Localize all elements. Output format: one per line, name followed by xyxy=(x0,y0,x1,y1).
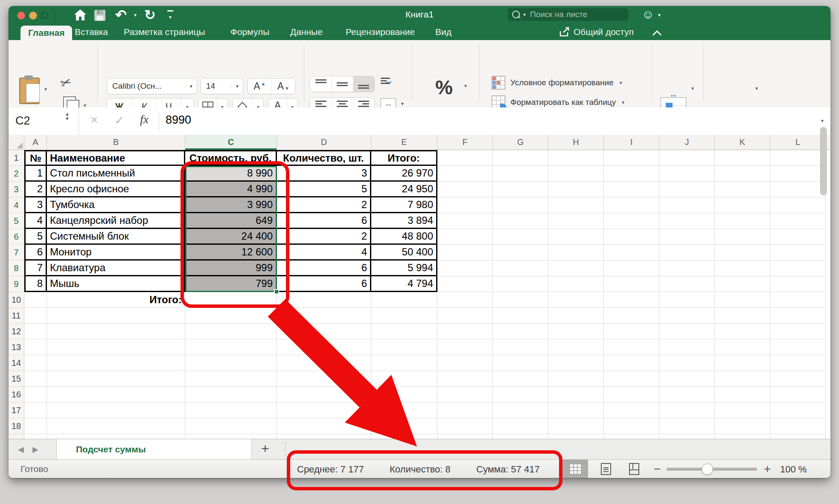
cell-F9[interactable] xyxy=(437,276,493,292)
column-header-G[interactable]: G xyxy=(493,135,548,150)
column-header-A[interactable]: A xyxy=(24,135,47,150)
cell-F8[interactable] xyxy=(437,261,493,276)
cell-G4[interactable] xyxy=(493,197,548,213)
cell-A14[interactable] xyxy=(24,355,47,371)
paste-dropdown-icon[interactable]: ▼ xyxy=(44,87,48,92)
cell-H2[interactable] xyxy=(548,166,604,182)
cell-C1[interactable]: Стоимость, руб. xyxy=(185,150,277,166)
cell-A11[interactable] xyxy=(24,308,47,324)
cell-E4[interactable]: 7 980 xyxy=(371,197,437,213)
tab-razmetka[interactable]: Разметка страницы xyxy=(124,24,205,40)
cell-F17[interactable] xyxy=(437,403,493,418)
cell-C8[interactable]: 999 xyxy=(185,261,277,276)
cell-G13[interactable] xyxy=(493,339,548,355)
cell-F10[interactable] xyxy=(437,292,493,308)
cell-G7[interactable] xyxy=(493,245,548,261)
cell-G12[interactable] xyxy=(493,324,548,339)
cell-K15[interactable] xyxy=(715,371,770,387)
font-name-select[interactable]: Calibri (Осн...▼ xyxy=(107,78,197,94)
cell-A4[interactable]: 3 xyxy=(24,197,47,213)
cell-C16[interactable] xyxy=(185,387,277,403)
cell-B4[interactable]: Тумбочка xyxy=(47,197,185,213)
cell-D7[interactable]: 4 xyxy=(277,245,371,261)
increase-font-button[interactable]: A▲ xyxy=(248,78,271,94)
cell-A17[interactable] xyxy=(24,403,47,418)
cell-B19[interactable] xyxy=(47,434,185,439)
cell-L5[interactable] xyxy=(770,213,826,229)
cell-I13[interactable] xyxy=(604,339,659,355)
vertical-scrollbar[interactable] xyxy=(820,127,827,195)
cell-C15[interactable] xyxy=(185,371,277,387)
cell-K4[interactable] xyxy=(715,197,770,213)
row-header-9[interactable]: 9 xyxy=(9,276,24,292)
cell-L1[interactable] xyxy=(770,150,826,166)
cell-A9[interactable]: 8 xyxy=(24,276,47,292)
cell-F19[interactable] xyxy=(437,434,493,439)
cell-B9[interactable]: Мышь xyxy=(47,276,185,292)
cell-J10[interactable] xyxy=(659,292,715,308)
cell-F2[interactable] xyxy=(437,166,493,182)
wrap-text-button[interactable]: ↩ xyxy=(381,78,390,87)
cell-C19[interactable] xyxy=(185,434,277,439)
cell-I10[interactable] xyxy=(604,292,659,308)
cell-F7[interactable] xyxy=(437,245,493,261)
percent-style-button[interactable]: % xyxy=(435,76,453,99)
cell-E6[interactable]: 48 800 xyxy=(371,229,437,245)
cell-J1[interactable] xyxy=(659,150,715,166)
cell-B6[interactable]: Системный блок xyxy=(47,229,185,245)
cell-I6[interactable] xyxy=(604,229,659,245)
cell-G16[interactable] xyxy=(493,387,548,403)
cell-H18[interactable] xyxy=(548,418,604,434)
cell-J5[interactable] xyxy=(659,213,715,229)
cell-K3[interactable] xyxy=(715,182,770,197)
cell-C17[interactable] xyxy=(185,403,277,418)
cell-L10[interactable] xyxy=(770,292,826,308)
cell-D11[interactable] xyxy=(277,308,371,324)
cell-K14[interactable] xyxy=(715,355,770,371)
cell-L12[interactable] xyxy=(770,324,826,339)
cell-E7[interactable]: 50 400 xyxy=(371,245,437,261)
cell-C3[interactable]: 4 990 xyxy=(185,182,277,197)
cell-D3[interactable]: 5 xyxy=(277,182,371,197)
row-header-2[interactable]: 2 xyxy=(9,166,24,182)
cell-L14[interactable] xyxy=(770,355,826,371)
cell-K18[interactable] xyxy=(715,418,770,434)
collapse-ribbon-icon[interactable] xyxy=(653,30,661,39)
cell-C2[interactable]: 8 990 xyxy=(185,166,277,182)
tab-recenzirovanie[interactable]: Рецензирование xyxy=(346,24,415,40)
cell-G5[interactable] xyxy=(493,213,548,229)
column-header-B[interactable]: B xyxy=(47,135,185,150)
cell-B1[interactable]: Наименование xyxy=(47,150,185,166)
cell-E19[interactable] xyxy=(371,434,437,439)
cell-B8[interactable]: Клавиатура xyxy=(47,261,185,276)
page-break-view-button[interactable] xyxy=(622,460,646,478)
cell-B14[interactable] xyxy=(47,355,185,371)
cell-J4[interactable] xyxy=(659,197,715,213)
tab-vstavka[interactable]: Вставка xyxy=(75,24,108,40)
cell-C5[interactable]: 649 xyxy=(185,213,277,229)
cell-L11[interactable] xyxy=(770,308,826,324)
cell-D16[interactable] xyxy=(277,387,371,403)
cell-I1[interactable] xyxy=(604,150,659,166)
column-header-H[interactable]: H xyxy=(548,135,604,150)
cell-J2[interactable] xyxy=(659,166,715,182)
cell-B3[interactable]: Кресло офисное xyxy=(47,182,185,197)
cell-C14[interactable] xyxy=(185,355,277,371)
cell-D14[interactable] xyxy=(277,355,371,371)
page-layout-view-button[interactable] xyxy=(594,460,618,478)
cell-I8[interactable] xyxy=(604,261,659,276)
cell-I14[interactable] xyxy=(604,355,659,371)
cell-D8[interactable]: 6 xyxy=(277,261,371,276)
column-header-D[interactable]: D xyxy=(277,135,371,150)
row-header-16[interactable]: 16 xyxy=(9,387,24,403)
cell-H10[interactable] xyxy=(548,292,604,308)
row-header-14[interactable]: 14 xyxy=(9,355,24,371)
cell-J16[interactable] xyxy=(659,387,715,403)
cell-L9[interactable] xyxy=(770,276,826,292)
cell-K6[interactable] xyxy=(715,229,770,245)
cell-G19[interactable] xyxy=(493,434,548,439)
font-size-select[interactable]: 14▼ xyxy=(201,78,243,94)
cell-L8[interactable] xyxy=(770,261,826,276)
row-header-19[interactable]: 19 xyxy=(9,434,24,439)
cell-J12[interactable] xyxy=(659,324,715,339)
